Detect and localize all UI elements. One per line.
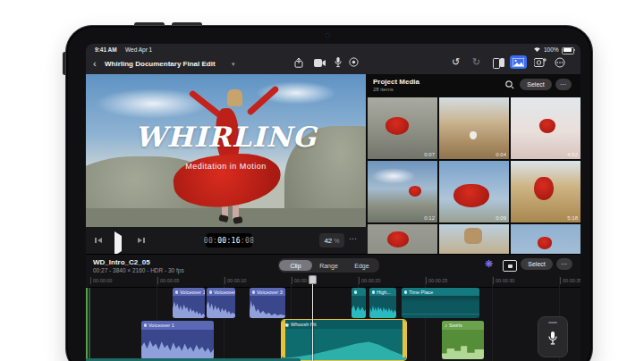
skip-back-button[interactable] bbox=[95, 238, 102, 243]
trim-handle-right[interactable] bbox=[402, 320, 406, 357]
clip-whoosh-selected[interactable]: ✺Whoosh Hit bbox=[281, 319, 407, 361]
project-dropdown-icon[interactable]: ▾ bbox=[232, 61, 235, 68]
trim-handle-left[interactable] bbox=[282, 320, 285, 357]
edit-mode-segmented: Clip Range Edge bbox=[278, 258, 379, 273]
battery-icon bbox=[562, 47, 574, 55]
timeline-more-button[interactable]: ⋯ bbox=[556, 258, 572, 270]
clip-swirls[interactable]: ♪Swirls bbox=[442, 321, 484, 359]
clip-time-place[interactable]: Time Place bbox=[402, 288, 479, 318]
battery-percent: 100% bbox=[544, 46, 559, 53]
clip-sound-small[interactable] bbox=[352, 288, 366, 318]
media-thumbnail[interactable]: 0:07 bbox=[368, 97, 437, 159]
media-thumbnail[interactable]: 0:09 bbox=[439, 161, 509, 222]
redo-icon[interactable]: ↻ bbox=[472, 57, 480, 67]
panel-title: Project Media bbox=[373, 78, 419, 86]
viewer-overlay-title: WHIRLING bbox=[86, 121, 366, 153]
playhead-handle[interactable] bbox=[309, 275, 317, 284]
play-button[interactable] bbox=[114, 236, 122, 252]
back-chevron-icon[interactable]: ‹ bbox=[93, 59, 97, 69]
media-thumbnail[interactable]: 0:04 bbox=[439, 97, 509, 159]
top-chrome: 9:41 AM Wed Apr 1 100% ‹ Whirling Docume… bbox=[86, 44, 580, 74]
split-view-icon[interactable] bbox=[493, 58, 504, 67]
panel-select-button[interactable]: Select bbox=[520, 79, 552, 90]
mic-icon[interactable] bbox=[333, 55, 343, 69]
panel-more-button[interactable]: ⋯ bbox=[555, 79, 572, 90]
mode-edge[interactable]: Edge bbox=[345, 260, 378, 271]
media-thumbnail[interactable]: 0:12 bbox=[368, 161, 437, 222]
timecode-display[interactable]: 00:00:16:08 bbox=[206, 233, 252, 248]
clipped-clip-edge bbox=[86, 288, 88, 359]
panel-item-count: 28 items bbox=[373, 87, 394, 92]
playhead[interactable] bbox=[312, 276, 313, 361]
record-voiceover-icon[interactable] bbox=[348, 56, 360, 68]
photo-icon bbox=[513, 58, 524, 67]
clipped-clip-edge bbox=[89, 288, 90, 359]
clip-high[interactable]: High... bbox=[369, 288, 396, 318]
mode-range[interactable]: Range bbox=[312, 260, 345, 271]
timeline-clip-name: WD_Intro_C2_05 bbox=[93, 258, 150, 266]
undo-icon[interactable]: ↺ bbox=[452, 57, 460, 67]
viewer-overlay-subtitle: Meditation in Motion bbox=[86, 162, 366, 171]
wifi-icon bbox=[533, 46, 541, 53]
zoom-percent-button[interactable]: 42% bbox=[319, 233, 344, 248]
clip-voiceover-2[interactable]: Voiceover 2 bbox=[207, 288, 235, 318]
media-thumbnail[interactable]: 4:52 bbox=[511, 97, 580, 159]
screen: 9:41 AM Wed Apr 1 100% ‹ Whirling Docume… bbox=[86, 44, 580, 361]
clip-voiceover-3[interactable]: Voiceover 3 bbox=[250, 288, 285, 318]
transport-more-button[interactable]: ⋯ bbox=[349, 234, 358, 243]
timeline-clip-info: 00:27 - 3840 × 2160 - HDR - 30 fps bbox=[93, 267, 184, 273]
search-icon[interactable] bbox=[504, 79, 516, 91]
play-icon bbox=[114, 231, 122, 256]
transport-bar: 00:00:16:08 42% ⋯ bbox=[86, 227, 368, 254]
mode-clip[interactable]: Clip bbox=[279, 260, 312, 271]
record-voiceover-button[interactable] bbox=[538, 316, 568, 357]
front-camera bbox=[326, 33, 330, 38]
media-browser-button[interactable] bbox=[510, 55, 527, 69]
video-camera-icon[interactable] bbox=[313, 56, 326, 69]
media-thumbnail[interactable]: 5:18 bbox=[511, 161, 580, 222]
overlay-icon[interactable] bbox=[503, 260, 515, 270]
timeline-tracks: Voiceover 1 Voiceover 2 Voiceover 3 High… bbox=[86, 276, 580, 361]
share-icon[interactable] bbox=[292, 56, 305, 69]
timeline-select-button[interactable]: Select bbox=[521, 258, 553, 270]
timeline-panel: WD_Intro_C2_05 00:27 - 3840 × 2160 - HDR… bbox=[86, 254, 580, 361]
more-circle-icon[interactable] bbox=[554, 56, 566, 69]
record-mic-icon bbox=[547, 328, 558, 349]
project-title[interactable]: Whirling Documentary Final Edit bbox=[105, 60, 216, 68]
clip-voiceover-main[interactable]: Voiceover 1 bbox=[141, 321, 214, 359]
date-label: Wed Apr 1 bbox=[125, 46, 152, 53]
video-viewer[interactable]: WHIRLING Meditation in Motion bbox=[86, 74, 366, 227]
import-camera-icon[interactable] bbox=[533, 56, 547, 68]
ipad-frame: 9:41 AM Wed Apr 1 100% ‹ Whirling Docume… bbox=[65, 25, 593, 361]
drag-handle bbox=[548, 322, 557, 323]
ai-sparkle-icon[interactable]: ❋ bbox=[485, 258, 493, 270]
skip-forward-button[interactable] bbox=[138, 238, 145, 243]
clock-label: 9:41 AM bbox=[95, 46, 117, 53]
clip-voiceover-1[interactable]: Voiceover 1 bbox=[173, 288, 205, 318]
